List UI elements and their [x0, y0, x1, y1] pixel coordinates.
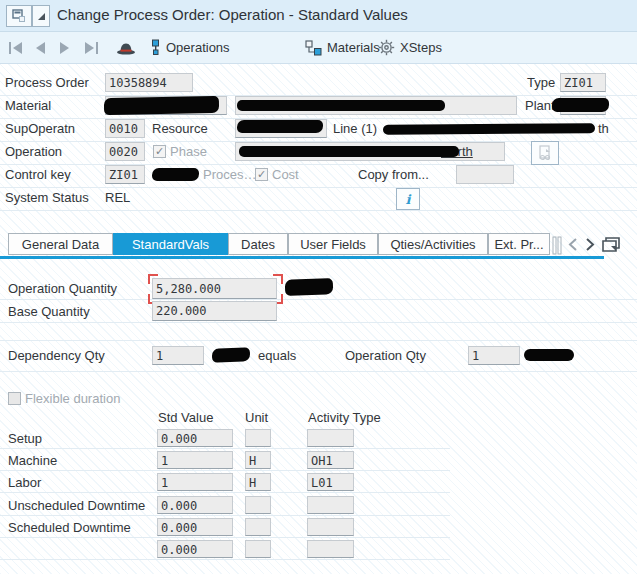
xsteps-button[interactable]: XSteps [378, 32, 442, 63]
row-separator [0, 322, 637, 323]
process-order-field[interactable]: 10358894 [105, 73, 193, 92]
unit-column-header: Unit [245, 410, 268, 425]
sup-operatn-field[interactable]: 0010 [105, 119, 145, 138]
std-value-field[interactable]: 0.000 [157, 518, 233, 536]
operation-quantity-label: Operation Quantity [8, 281, 117, 296]
redaction-blob [524, 349, 574, 361]
equals-label: equals [258, 348, 296, 363]
unit-field[interactable] [245, 518, 271, 536]
flexible-duration-label: Flexible duration [25, 391, 120, 406]
control-key-field[interactable]: ZI01 [105, 165, 145, 184]
long-text-button[interactable] [531, 141, 559, 165]
unit-field[interactable] [245, 540, 271, 558]
previous-record-button[interactable] [33, 32, 47, 63]
unit-field[interactable] [245, 496, 271, 514]
std-value-field[interactable]: 0.000 [157, 496, 233, 514]
last-icon [83, 41, 99, 55]
operation-label: Operation [5, 144, 62, 159]
row-separator [0, 515, 450, 516]
operation-qty-label: Operation Qty [345, 348, 426, 363]
unit-field[interactable] [245, 429, 271, 447]
row-label: Setup [8, 431, 42, 446]
proces-label: Proces… [203, 167, 256, 182]
row-separator [0, 559, 450, 560]
activity-type-field[interactable]: OH1 [307, 451, 354, 469]
material-label: Material [5, 98, 51, 113]
tab-user-fields[interactable]: User Fields [288, 233, 378, 255]
process-order-label: Process Order [5, 75, 89, 90]
tab-qties-activities[interactable]: Qties/Activities [378, 233, 488, 255]
scroll-tabs-left-icon[interactable] [568, 238, 578, 251]
materials-button[interactable]: Materials [305, 32, 380, 63]
type-label: Type [527, 75, 555, 90]
first-record-button[interactable] [8, 32, 24, 63]
title-bar: Change Process Order: Operation - Standa… [0, 0, 637, 32]
activity-type-field[interactable] [307, 540, 354, 558]
redaction-blob [237, 100, 445, 111]
tab-overview-icon[interactable] [602, 236, 621, 253]
activity-type-field[interactable] [307, 496, 354, 514]
last-record-button[interactable] [83, 32, 99, 63]
hat-icon [116, 41, 136, 55]
next-record-button[interactable] [58, 32, 72, 63]
screen-icon [12, 9, 26, 23]
redaction-blob [239, 146, 459, 157]
order-type-field[interactable]: ZI01 [560, 73, 606, 92]
tab-general-data[interactable]: General Data [8, 233, 113, 255]
system-status-label: System Status [5, 190, 89, 205]
row-separator [0, 187, 637, 188]
base-quantity-label: Base Quantity [8, 304, 90, 319]
redaction-blob [212, 347, 250, 362]
redaction-blob [552, 98, 609, 112]
dependency-qty-field[interactable]: 1 [152, 346, 204, 365]
scroll-tabs-right-icon[interactable] [585, 238, 595, 251]
first-icon [8, 41, 24, 55]
screen-body: Process Order 10358894 Type ZI01 Materia… [0, 64, 637, 574]
sap-window: Change Process Order: Operation - Standa… [0, 0, 637, 574]
copy-from-field[interactable] [456, 165, 514, 184]
control-key-label: Control key [5, 167, 71, 182]
gear-icon [378, 39, 395, 56]
resource-label: Resource [152, 121, 208, 136]
redaction-blob [152, 168, 199, 181]
materials-label: Materials [327, 40, 380, 55]
row-separator [0, 299, 637, 300]
materials-icon [305, 40, 322, 56]
operations-button[interactable]: Operations [150, 32, 230, 63]
std-value-field[interactable]: 1 [157, 473, 233, 491]
row-separator [0, 371, 637, 372]
row-label: Machine [8, 453, 57, 468]
system-menu-button[interactable] [6, 5, 32, 27]
redaction-blob [285, 278, 334, 296]
document-icon [538, 145, 553, 161]
operations-icon [150, 39, 161, 56]
phase-label: Phase [170, 144, 207, 159]
row-separator [0, 448, 450, 449]
row-label: Labor [8, 475, 41, 490]
tab-standardvals[interactable]: StandardVals [113, 233, 228, 255]
operation-qty-field[interactable]: 1 [468, 346, 520, 365]
tab-ext-pr[interactable]: Ext. Pr... [488, 233, 550, 255]
operation-quantity-field[interactable]: 5,280.000 [152, 278, 277, 299]
unit-field[interactable]: H [245, 473, 271, 491]
header-button[interactable] [116, 32, 136, 63]
operation-field[interactable]: 0020 [105, 142, 145, 161]
std-value-field[interactable]: 1 [157, 451, 233, 469]
base-quantity-field[interactable]: 220.000 [152, 301, 277, 321]
next-icon [58, 41, 72, 55]
tab-strip: General Data StandardVals Dates User Fie… [0, 233, 637, 257]
unit-field[interactable]: H [245, 451, 271, 469]
activity-type-field[interactable]: L01 [307, 473, 354, 491]
activity-type-field[interactable] [307, 429, 354, 447]
adapt-layout-button[interactable] [32, 5, 50, 27]
application-toolbar: Operations Materials XSteps [0, 32, 637, 64]
phase-checkbox: ✓ [153, 145, 166, 158]
activity-type-field[interactable] [307, 518, 354, 536]
plant-label: Plant [525, 98, 555, 113]
status-info-button[interactable]: i [396, 188, 420, 210]
tab-dates[interactable]: Dates [228, 233, 288, 255]
std-value-field[interactable]: 0.000 [157, 540, 233, 558]
row-separator [0, 537, 450, 538]
std-value-field[interactable]: 0.000 [157, 429, 233, 447]
active-tab-bar [0, 256, 604, 259]
